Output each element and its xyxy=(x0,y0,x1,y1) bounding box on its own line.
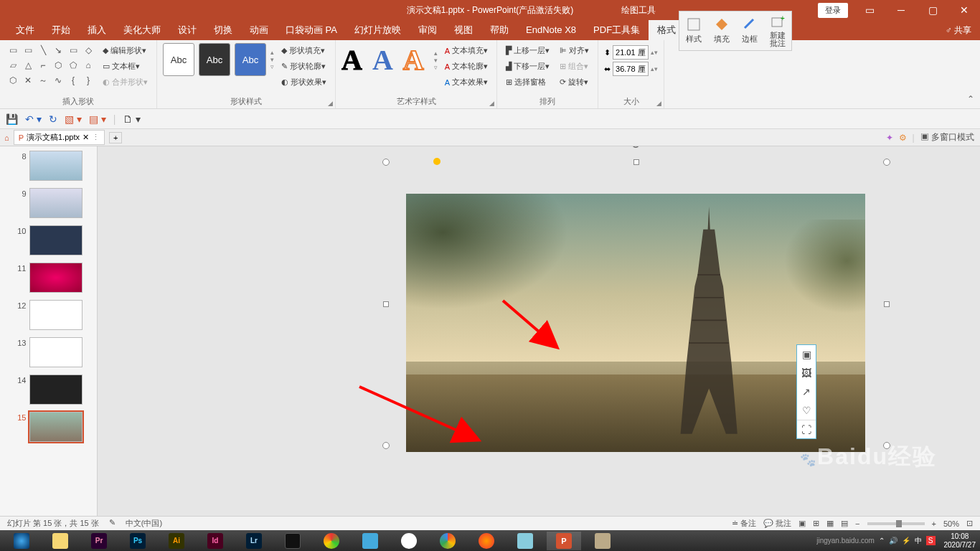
layout-icon[interactable]: ▣ xyxy=(797,345,816,364)
tab-file[interactable]: 文件 xyxy=(7,20,43,40)
fit-window-icon[interactable]: ⊡ xyxy=(966,519,973,528)
tray-network-icon[interactable]: 🔊 xyxy=(889,537,897,545)
gear-icon[interactable]: ⚙ xyxy=(899,133,907,143)
heart-icon[interactable]: ♡ xyxy=(797,401,816,420)
align-button[interactable]: ⊫对齐 ▾ xyxy=(557,43,592,58)
tab-help[interactable]: 帮助 xyxy=(481,20,517,40)
comments-button[interactable]: 💬 批注 xyxy=(763,518,791,529)
textbox-button[interactable]: ▭文本框 ▾ xyxy=(100,59,151,74)
orientation-icon[interactable]: ▤ ▾ xyxy=(89,113,106,125)
close-tab-icon[interactable]: ✕ xyxy=(83,133,89,142)
expand-icon[interactable]: ⛶ xyxy=(797,420,816,438)
tab-pocket[interactable]: 口袋动画 PA xyxy=(277,20,346,40)
reading-view-icon[interactable]: ▦ xyxy=(826,519,834,528)
thumb-13[interactable] xyxy=(29,337,83,367)
group-button[interactable]: ⊞组合 ▾ xyxy=(557,59,592,74)
rotate-handle[interactable]: ⟳ xyxy=(631,146,642,152)
adjust-handle[interactable] xyxy=(433,158,440,165)
shape-style-gallery[interactable]: Abc Abc Abc ▴▾▿ xyxy=(163,43,274,76)
slideshow-start-icon[interactable]: ▧ ▾ xyxy=(65,113,82,125)
notes-button[interactable]: ≐ 备注 xyxy=(732,518,756,529)
home-tab-icon[interactable]: ⌂ xyxy=(4,133,9,142)
selection-pane-button[interactable]: ⊞选择窗格 xyxy=(503,75,552,90)
task-app-6[interactable] xyxy=(585,532,620,550)
edit-shape-button[interactable]: ◆编辑形状 ▾ xyxy=(100,43,151,58)
tab-slideshow[interactable]: 幻灯片放映 xyxy=(346,20,410,40)
magic-icon[interactable]: ✦ xyxy=(886,133,893,143)
task-indesign[interactable]: Id xyxy=(198,532,232,550)
tab-pdf[interactable]: PDF工具集 xyxy=(585,20,649,40)
image-icon[interactable]: 🖼 xyxy=(797,364,816,382)
height-input[interactable] xyxy=(613,45,649,60)
text-outline-button[interactable]: A文本轮廓 ▾ xyxy=(442,59,491,74)
minimize-icon[interactable]: ─ xyxy=(885,0,917,20)
shape-style-dialog-icon[interactable]: ◢ xyxy=(328,100,333,107)
tab-design[interactable]: 设计 xyxy=(169,20,205,40)
zoom-level[interactable]: 50% xyxy=(943,519,959,528)
tab-endnote[interactable]: EndNote X8 xyxy=(517,20,585,40)
slideshow-view-icon[interactable]: ▤ xyxy=(841,519,848,528)
tab-beauty[interactable]: 美化大师 xyxy=(115,20,169,40)
task-chrome[interactable] xyxy=(430,532,465,550)
tray-up-icon[interactable]: ⌃ xyxy=(879,537,885,545)
tray-battery-icon[interactable]: ⚡ xyxy=(902,537,910,545)
task-app-1[interactable] xyxy=(4,532,39,550)
slide-canvas[interactable]: ⟳ 🐾Baidu经验 xyxy=(98,146,980,516)
document-tab[interactable]: P 演示文稿1.pptx ✕ ⋮ xyxy=(14,130,105,145)
send-backward-button[interactable]: ▟下移一层 ▾ xyxy=(503,59,552,74)
save-icon[interactable]: 💾 xyxy=(6,113,18,125)
text-effect-button[interactable]: A文本效果 ▾ xyxy=(442,75,491,90)
normal-view-icon[interactable]: ▣ xyxy=(798,519,806,528)
thumb-15[interactable] xyxy=(29,412,83,442)
collapse-ribbon-icon[interactable]: ⌃ xyxy=(967,94,974,104)
task-app-4[interactable] xyxy=(353,532,387,550)
zoom-slider[interactable] xyxy=(867,522,925,525)
thumb-8[interactable] xyxy=(29,151,83,181)
shape-fill-button[interactable]: ◆形状填充 ▾ xyxy=(278,43,329,58)
thumb-10[interactable] xyxy=(29,225,83,255)
zoom-in-icon[interactable]: + xyxy=(932,519,936,528)
shape-effect-button[interactable]: ◐形状效果 ▾ xyxy=(278,75,329,90)
tab-insert[interactable]: 插入 xyxy=(79,20,115,40)
undo-icon[interactable]: ↶ ▾ xyxy=(25,113,42,125)
task-app-5[interactable] xyxy=(508,532,542,550)
wordart-dialog-icon[interactable]: ◢ xyxy=(489,100,494,107)
language-indicator[interactable]: 中文(中国) xyxy=(126,518,162,529)
width-input[interactable] xyxy=(613,62,649,76)
tab-view[interactable]: 视图 xyxy=(446,20,481,40)
zoom-out-icon[interactable]: − xyxy=(855,519,859,528)
shapes-gallery[interactable]: ▭▭╲↘▭◇ ▱△⌐⬡⬠⌂ ⬡✕～∿{} xyxy=(6,43,95,88)
task-app-2[interactable] xyxy=(275,532,310,550)
restore-icon[interactable]: ▢ xyxy=(917,0,948,20)
thumb-14[interactable] xyxy=(29,375,83,405)
multi-window-button[interactable]: ▣ 多窗口模式 xyxy=(920,131,974,143)
ribbon-display-icon[interactable]: ▭ xyxy=(854,0,885,20)
size-dialog-icon[interactable]: ◢ xyxy=(656,100,661,107)
tab-home[interactable]: 开始 xyxy=(43,20,79,40)
tab-animation[interactable]: 动画 xyxy=(241,20,277,40)
spellcheck-icon[interactable]: ✎ xyxy=(109,518,116,529)
outline-tool[interactable]: 边框 xyxy=(735,11,763,50)
task-firefox[interactable] xyxy=(469,532,504,550)
new-tab-icon[interactable]: + xyxy=(109,132,122,143)
thumb-11[interactable] xyxy=(29,263,83,293)
style-tool[interactable]: 样式 xyxy=(679,11,707,50)
task-lightroom[interactable]: Lr xyxy=(237,532,271,550)
merge-shape-button[interactable]: ◐合并形状 ▾ xyxy=(100,75,151,90)
task-qq[interactable] xyxy=(392,532,426,550)
task-illustrator[interactable]: Ai xyxy=(159,532,194,550)
task-app-3[interactable] xyxy=(314,532,349,550)
close-icon[interactable]: ✕ xyxy=(948,0,980,20)
shape-outline-button[interactable]: ✎形状轮廓 ▾ xyxy=(278,59,329,74)
new-note-tool[interactable]: +新建 批注 xyxy=(763,11,791,50)
tab-transition[interactable]: 切换 xyxy=(205,20,241,40)
sorter-view-icon[interactable]: ⊞ xyxy=(813,519,819,528)
thumbnail-panel[interactable]: 8 9 10 11 12 13 14 15 xyxy=(0,146,98,516)
bring-forward-button[interactable]: ▛上移一层 ▾ xyxy=(503,43,552,58)
text-fill-button[interactable]: A文本填充 ▾ xyxy=(442,43,491,58)
login-button[interactable]: 登录 xyxy=(818,3,848,18)
thumb-12[interactable] xyxy=(29,300,83,330)
tray-ime-icon[interactable]: 中 xyxy=(915,536,922,546)
tray-sogou-icon[interactable]: S xyxy=(926,536,936,545)
task-powerpoint[interactable]: P xyxy=(547,532,581,550)
